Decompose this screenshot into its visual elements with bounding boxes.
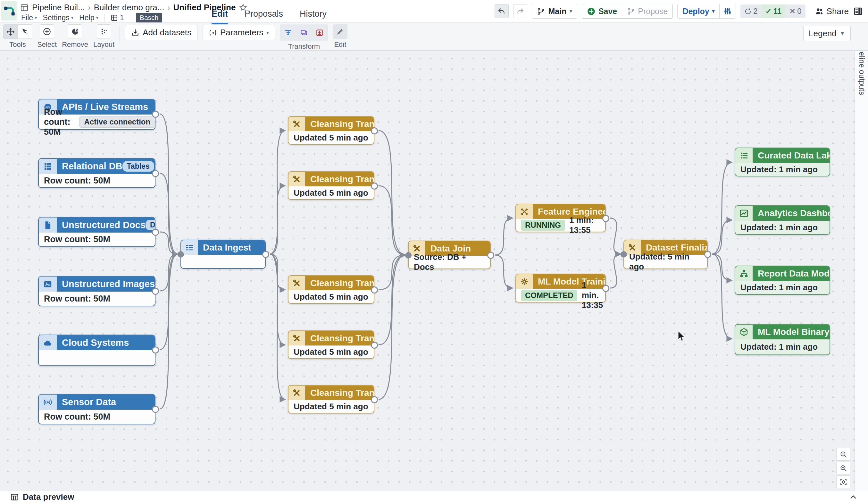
checks-status-group[interactable]: 2 ✓ 11 ✕ 0 (741, 4, 805, 18)
node-df[interactable]: Dataset FinalizationUpdated: 5 min ago (623, 240, 708, 269)
node-images[interactable]: Unstructured ImagesImagesRow count: 50M (38, 276, 155, 306)
output-port[interactable] (152, 111, 159, 118)
redo-button[interactable] (513, 4, 527, 18)
input-port[interactable] (405, 252, 412, 259)
tools-icon (289, 385, 305, 400)
node-docs[interactable]: Unstructured DocsDocumentsRow count: 50M (38, 217, 155, 247)
output-port[interactable] (152, 170, 159, 177)
node-header: Unstructured DocsDocuments (39, 218, 155, 233)
edge-ingest-ct3 (270, 254, 285, 290)
help-menu[interactable]: Help▾ (79, 13, 99, 22)
propose-button[interactable]: Propose (622, 4, 672, 18)
settings-menu[interactable]: Settings▾ (43, 13, 74, 22)
node-ct4[interactable]: Cleansing TransformUpdated 5 min ago (288, 330, 374, 359)
output-port[interactable] (152, 229, 159, 236)
status-badge: RUNNING (521, 220, 565, 231)
edge-sensor-ingest (159, 254, 178, 409)
node-body-text: Updated 5 min ago (293, 347, 368, 357)
transform-clean-button[interactable] (281, 26, 296, 40)
node-ingest[interactable]: Data Ingest (180, 240, 266, 269)
output-port[interactable] (152, 406, 159, 413)
transform-export-button[interactable] (312, 26, 327, 40)
node-cdl[interactable]: Curated Data LakeUpdated: 1 min ago (735, 148, 830, 177)
output-port[interactable] (704, 251, 711, 258)
output-port[interactable] (371, 342, 378, 349)
node-fe[interactable]: Feature EngineeringRUNNING1 min: 13:55 (515, 204, 606, 232)
share-button[interactable]: Share (815, 7, 849, 16)
node-ct2[interactable]: Cleansing TransformUpdated 5 min ago (288, 171, 374, 200)
output-port[interactable] (371, 286, 378, 293)
node-rdm[interactable]: Report Data ModelUpdated: 1 min ago (735, 265, 830, 295)
feature-icon (516, 204, 533, 219)
input-port[interactable] (178, 251, 184, 258)
people-icon (815, 7, 824, 16)
output-port[interactable] (371, 182, 378, 190)
chevron-up-icon[interactable] (849, 493, 858, 502)
edge-ingest-ct1 (270, 131, 285, 254)
output-port[interactable] (371, 396, 378, 403)
data-preview-bar[interactable]: Data preview (0, 491, 868, 503)
zoom-out-button[interactable] (836, 462, 850, 474)
node-apis[interactable]: </>APIs / Live StreamsRow count: 50MActi… (38, 99, 155, 130)
transform-duplicate-button[interactable] (297, 26, 311, 40)
breadcrumb-app[interactable]: Pipeline Buil... (32, 2, 85, 12)
breadcrumb-folder[interactable]: Builder demo gra... (94, 2, 164, 12)
file-menu[interactable]: File▾ (21, 13, 37, 22)
node-ct3[interactable]: Cleansing TransformUpdated 5 min ago (288, 275, 374, 304)
node-header: Cleansing Transform (289, 172, 374, 187)
hier-icon (735, 266, 753, 281)
legend-dropdown[interactable]: Legend ▼ (803, 26, 851, 41)
branch-selector[interactable]: Main ▾ (532, 4, 577, 19)
add-datasets-button[interactable]: Add datasets (125, 25, 197, 40)
node-header: Relational DBTables (39, 159, 155, 174)
remove-button[interactable] (68, 24, 82, 39)
zoom-fit-button[interactable] (836, 475, 850, 488)
output-port[interactable] (262, 251, 269, 258)
deploy-button[interactable]: Deploy▾ (678, 4, 719, 18)
output-port[interactable] (152, 288, 159, 295)
input-port[interactable] (621, 251, 627, 258)
node-ad[interactable]: Analytics DashboardUpdated: 1 min ago (735, 205, 830, 235)
edit-button[interactable] (333, 24, 348, 39)
output-port[interactable] (371, 127, 378, 134)
node-ct1[interactable]: Cleansing TransformUpdated 5 min ago (288, 116, 374, 145)
undo-button[interactable] (495, 4, 509, 18)
output-port[interactable] (487, 252, 494, 259)
pipeline-canvas[interactable]: </>APIs / Live StreamsRow count: 50MActi… (0, 51, 868, 491)
tools-label: Tools (9, 40, 25, 49)
output-port[interactable] (602, 215, 609, 222)
select-path-tool-button[interactable] (18, 24, 32, 39)
transform-label: Transform (288, 42, 320, 51)
node-ct5[interactable]: Cleansing TransformUpdated 5 min ago (288, 385, 374, 413)
resource-count[interactable]: 1 (110, 13, 124, 22)
node-mlt[interactable]: ML Model TrainingCOMPLETED1 min. 13:35 (515, 274, 606, 302)
node-body-text: 1 min. 13:35 (582, 280, 603, 310)
select-button[interactable] (40, 24, 54, 39)
panel-toggle-icon[interactable] (853, 7, 863, 16)
node-header: Cleansing Transform (289, 117, 374, 131)
cross-icon: ✕ (789, 7, 796, 16)
layout-button[interactable] (97, 24, 111, 39)
move-tool-button[interactable] (3, 24, 18, 39)
pipeline-builder-logo[interactable] (1, 1, 17, 21)
save-button[interactable]: Save (582, 4, 622, 18)
tab-history[interactable]: History (300, 9, 327, 24)
checks-passed[interactable]: ✓ 11 (762, 4, 785, 18)
output-port[interactable] (152, 346, 159, 353)
parameters-button[interactable]: α Parameters ▾ (203, 25, 275, 40)
sliders-icon (723, 7, 732, 16)
node-cloud[interactable]: Cloud Systems (38, 334, 155, 366)
pending-changes[interactable]: 2 (741, 4, 761, 18)
deploy-settings-button[interactable] (720, 4, 736, 18)
zoom-in-button[interactable] (836, 448, 850, 461)
node-reldb[interactable]: Relational DBTablesRow count: 50M (38, 158, 155, 188)
tab-proposals[interactable]: Proposals (245, 9, 283, 24)
node-join[interactable]: Data JoinSource: DB + Docs (408, 241, 491, 269)
checks-failed[interactable]: ✕ 0 (785, 4, 805, 18)
edge-ingest-ct2 (270, 186, 285, 254)
node-sensor[interactable]: Sensor DataRow count: 50M (38, 394, 155, 424)
tab-edit[interactable]: Edit (211, 9, 228, 24)
output-port[interactable] (602, 285, 609, 292)
node-mmb[interactable]: ML Model BinaryUpdated: 1 min ago (735, 324, 830, 355)
mode-tabs: Edit Proposals History (211, 9, 327, 24)
